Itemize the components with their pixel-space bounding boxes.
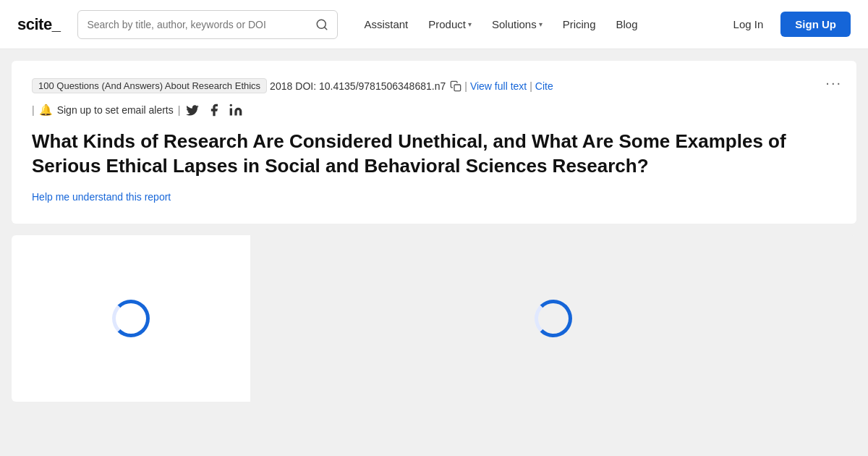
- search-input[interactable]: [87, 19, 310, 30]
- cite-link[interactable]: Cite: [535, 80, 553, 92]
- nav-solutions[interactable]: Solutions ▾: [483, 12, 551, 36]
- svg-rect-2: [454, 85, 461, 91]
- linkedin-icon[interactable]: [228, 102, 244, 118]
- main-content: ··· 100 Questions (And Answers) About Re…: [0, 61, 868, 402]
- search-bar: [77, 10, 338, 39]
- article-card: ··· 100 Questions (And Answers) About Re…: [12, 61, 856, 224]
- twitter-icon[interactable]: [184, 102, 200, 118]
- separator-1: |: [464, 80, 467, 92]
- product-chevron-icon: ▾: [468, 20, 472, 28]
- help-understand-link[interactable]: Help me understand this report: [32, 191, 171, 203]
- nav-assistant[interactable]: Assistant: [355, 12, 417, 36]
- article-meta: 100 Questions (And Answers) About Resear…: [32, 78, 836, 93]
- bell-icon: 🔔: [39, 104, 53, 117]
- nav-product[interactable]: Product ▾: [420, 12, 480, 36]
- social-icons: [184, 102, 244, 118]
- separator-2: |: [529, 80, 532, 92]
- panels-row: [12, 235, 856, 402]
- copy-doi-button[interactable]: [450, 80, 461, 92]
- book-tag[interactable]: 100 Questions (And Answers) About Resear…: [32, 78, 267, 93]
- copy-icon: [450, 80, 461, 92]
- signup-button[interactable]: Sign Up: [780, 12, 851, 37]
- doi-label: DOI:: [295, 80, 316, 92]
- navbar: scite_ Assistant Product ▾ Solutions ▾ P…: [0, 0, 868, 49]
- doi-value: 10.4135/9781506348681.n7: [319, 80, 446, 92]
- nav-links: Assistant Product ▾ Solutions ▾ Pricing …: [355, 12, 715, 36]
- alert-separator-left: |: [32, 104, 35, 116]
- loading-spinner-right: [535, 300, 572, 337]
- article-year: 2018: [270, 80, 292, 92]
- more-options-button[interactable]: ···: [825, 75, 842, 90]
- solutions-chevron-icon: ▾: [539, 20, 542, 28]
- article-title: What Kinds of Research Are Considered Un…: [32, 130, 836, 179]
- search-icon: [315, 18, 328, 31]
- svg-line-1: [325, 27, 327, 29]
- loading-spinner-left: [112, 300, 150, 337]
- panel-left: [12, 235, 250, 402]
- svg-point-3: [230, 104, 232, 106]
- view-full-text-link[interactable]: View full text: [470, 80, 527, 92]
- alert-separator-right: |: [178, 104, 181, 116]
- site-logo[interactable]: scite_: [17, 15, 60, 34]
- nav-pricing[interactable]: Pricing: [554, 12, 605, 36]
- alert-label: Sign up to set email alerts: [57, 104, 174, 116]
- facebook-icon[interactable]: [206, 102, 222, 118]
- search-button[interactable]: [315, 18, 328, 31]
- nav-blog[interactable]: Blog: [608, 12, 647, 36]
- nav-actions: Log In Sign Up: [722, 12, 851, 37]
- panel-right: [250, 235, 856, 402]
- login-button[interactable]: Log In: [722, 12, 775, 36]
- alert-row: | 🔔 Sign up to set email alerts |: [32, 102, 836, 118]
